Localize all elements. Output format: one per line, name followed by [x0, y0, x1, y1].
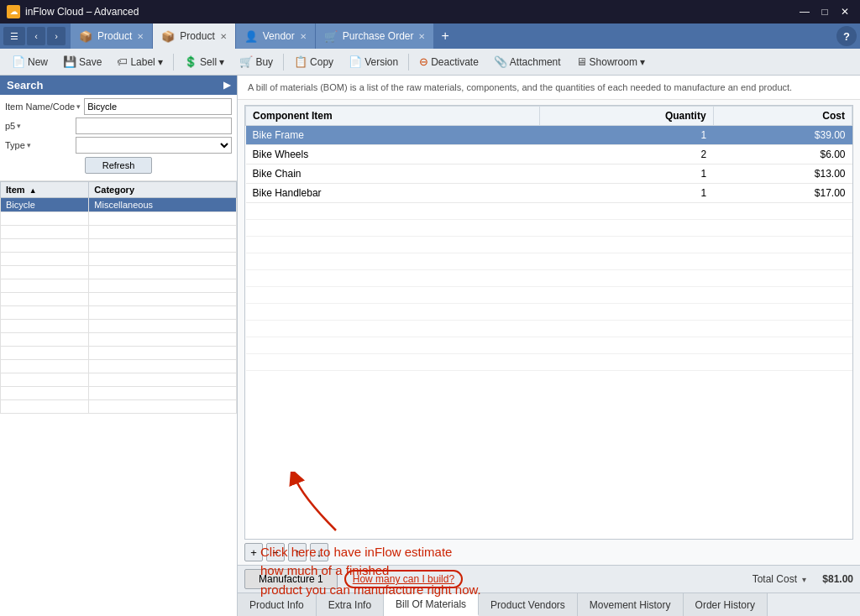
close-button[interactable]: ✕ — [836, 5, 853, 18]
col-item[interactable]: Item ▲ — [1, 182, 89, 198]
bottom-bar-left: Manufacture 1 How many can I build? — [244, 569, 463, 589]
bom-item-handlebar: Bike Handlebar — [246, 184, 540, 203]
bom-move-down-button[interactable]: ↓ — [310, 543, 328, 561]
bom-row-chain[interactable]: Bike Chain 1 $13.00 — [246, 164, 852, 184]
bom-empty-4 — [246, 253, 852, 270]
bom-qty-wheels: 2 — [540, 145, 713, 164]
total-cost-dropdown-arrow[interactable]: ▾ — [802, 575, 806, 584]
sidebar-collapse-arrow[interactable]: ▶ — [223, 80, 230, 91]
list-item-bicycle[interactable]: Bicycle Miscellaneous — [1, 198, 237, 212]
tab-product-vendors[interactable]: Product Vendors — [479, 593, 578, 616]
tab-extra-info[interactable]: Extra Info — [317, 593, 384, 616]
label-label: Label ▾ — [130, 56, 163, 68]
empty-row-11 — [1, 347, 237, 360]
app-icon: ☁ — [7, 5, 20, 18]
tab-product-1-close[interactable]: ✕ — [137, 32, 144, 41]
app-title: inFlow Cloud – Advanced — [25, 6, 139, 18]
showroom-button[interactable]: 🖥 Showroom ▾ — [569, 52, 653, 71]
tab-purchase-order[interactable]: 🛒 Purchase Order ✕ — [316, 23, 435, 49]
add-tab-button[interactable]: + — [434, 23, 455, 49]
tab-product-2-icon: 📦 — [161, 30, 175, 43]
refresh-button[interactable]: Refresh — [85, 157, 153, 174]
label-icon: 🏷 — [117, 55, 128, 68]
bom-row-wheels[interactable]: Bike Wheels 2 $6.00 — [246, 145, 852, 164]
bom-cost-frame: $39.00 — [713, 126, 852, 145]
bom-add-button[interactable]: + — [244, 543, 263, 561]
sidebar-header: Search ▶ — [0, 76, 237, 95]
bom-section: Component Item Quantity Cost Bike Frame … — [238, 100, 860, 565]
empty-row-8 — [1, 306, 237, 320]
bom-empty-5 — [246, 270, 852, 287]
sidebar-list: Item ▲ Category Bicycle Miscellaneous — [0, 181, 237, 616]
buy-button[interactable]: 🛒 Buy — [233, 52, 280, 71]
filter-p5-dropdown-arrow[interactable]: ▾ — [17, 122, 21, 130]
empty-row-2 — [1, 226, 237, 239]
bom-table-wrapper: Component Item Quantity Cost Bike Frame … — [244, 105, 853, 540]
version-button[interactable]: 📄 Version — [342, 52, 405, 71]
bom-move-up-button[interactable]: ↑ — [288, 543, 307, 561]
tab-vendor-close[interactable]: ✕ — [300, 32, 307, 41]
bottom-action-bar: Manufacture 1 How many can I build? Tota… — [238, 565, 860, 593]
sort-arrow-item: ▲ — [29, 186, 37, 195]
bom-table: Component Item Quantity Cost Bike Frame … — [245, 106, 852, 371]
tab-product-1[interactable]: 📦 Product ✕ — [71, 23, 153, 49]
filter-type-select[interactable] — [76, 137, 232, 154]
filter-type-dropdown-arrow[interactable]: ▾ — [27, 141, 31, 149]
filter-row-p5: p5 ▾ — [5, 117, 232, 134]
bom-controls: + − ↑ ↓ — [244, 540, 853, 565]
new-button[interactable]: 📄 New — [5, 52, 55, 71]
how-many-link[interactable]: How many can I build? — [344, 570, 463, 588]
back-button[interactable]: ‹ — [27, 27, 45, 45]
buy-icon: 🛒 — [239, 55, 253, 68]
filter-name-dropdown-arrow[interactable]: ▾ — [76, 102, 81, 111]
help-button[interactable]: ? — [836, 26, 857, 46]
empty-row-3 — [1, 239, 237, 253]
minimize-button[interactable]: — — [796, 5, 813, 18]
new-icon: 📄 — [12, 55, 25, 68]
window-controls: — □ ✕ — [796, 5, 853, 18]
toolbar-sep-3 — [408, 54, 409, 70]
sell-button[interactable]: 💲 Sell ▾ — [177, 52, 231, 71]
bom-description: A bill of materials (BOM) is a list of t… — [238, 76, 860, 100]
tab-product-2[interactable]: 📦 Product ✕ — [153, 23, 235, 49]
tab-bill-of-materials[interactable]: Bill Of Materials — [384, 593, 479, 616]
label-button[interactable]: 🏷 Label ▾ — [110, 52, 170, 71]
filter-label-p5: p5 ▾ — [5, 121, 72, 131]
tab-product-2-close[interactable]: ✕ — [220, 32, 227, 41]
attachment-label: Attachment — [510, 56, 561, 68]
version-label: Version — [364, 56, 398, 68]
bom-empty-7 — [246, 304, 852, 321]
bom-row-handlebar[interactable]: Bike Handlebar 1 $17.00 — [246, 184, 852, 203]
save-button[interactable]: 💾 Save — [56, 52, 108, 71]
total-cost-value: $81.00 — [811, 573, 853, 585]
hamburger-menu-button[interactable]: ☰ — [3, 27, 25, 45]
maximize-button[interactable]: □ — [816, 5, 833, 18]
filter-name-input[interactable] — [84, 98, 232, 115]
attachment-icon: 📎 — [494, 55, 507, 68]
bom-cost-wheels: $6.00 — [713, 145, 852, 164]
bom-remove-button[interactable]: − — [266, 543, 285, 561]
bom-row-frame[interactable]: Bike Frame 1 $39.00 — [246, 126, 852, 145]
save-label: Save — [79, 56, 102, 68]
bom-item-frame: Bike Frame — [246, 126, 540, 145]
empty-row-13 — [1, 373, 237, 387]
manufacture-button[interactable]: Manufacture 1 — [244, 569, 338, 589]
bom-item-chain: Bike Chain — [246, 164, 540, 184]
attachment-button[interactable]: 📎 Attachment — [487, 52, 568, 71]
tab-order-history[interactable]: Order History — [684, 593, 768, 616]
forward-button[interactable]: › — [47, 27, 66, 45]
tab-product-2-label: Product — [180, 30, 214, 42]
tab-purchase-order-close[interactable]: ✕ — [418, 32, 425, 41]
tab-movement-history[interactable]: Movement History — [578, 593, 684, 616]
col-category[interactable]: Category — [89, 182, 237, 198]
filter-p5-input[interactable] — [76, 117, 232, 134]
tab-product-info[interactable]: Product Info — [238, 593, 317, 616]
deactivate-button[interactable]: ⊖ Deactivate — [412, 52, 485, 71]
filter-label-type: Type ▾ — [5, 140, 72, 150]
empty-row-1 — [1, 212, 237, 226]
copy-button[interactable]: 📋 Copy — [287, 52, 340, 71]
empty-row-10 — [1, 333, 237, 347]
empty-row-4 — [1, 253, 237, 266]
tab-vendor[interactable]: 👤 Vendor ✕ — [236, 23, 316, 49]
bom-empty-6 — [246, 287, 852, 304]
